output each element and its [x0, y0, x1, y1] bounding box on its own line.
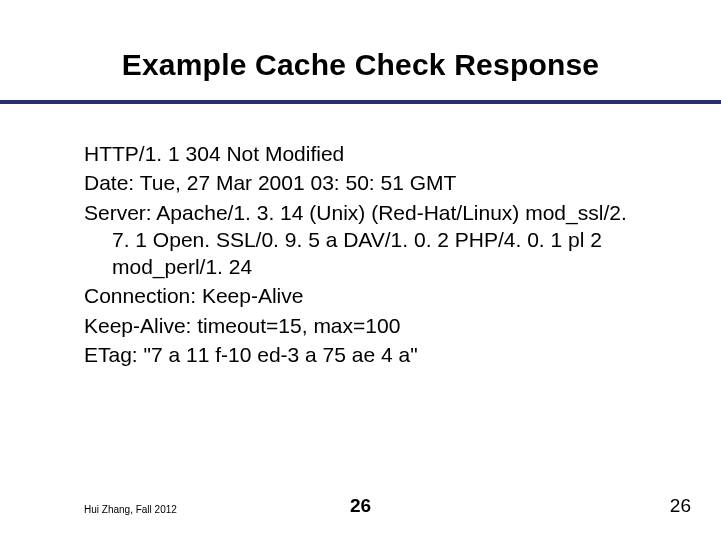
- slide: Example Cache Check Response HTTP/1. 1 3…: [0, 0, 721, 541]
- page-number-right: 26: [670, 495, 691, 517]
- server-header-line: Server: Apache/1. 3. 14 (Unix) (Red-Hat/…: [84, 199, 644, 281]
- date-header-line: Date: Tue, 27 Mar 2001 03: 50: 51 GMT: [84, 169, 644, 196]
- http-status-line: HTTP/1. 1 304 Not Modified: [84, 140, 644, 167]
- title-divider: [0, 100, 721, 104]
- connection-header-line: Connection: Keep-Alive: [84, 282, 644, 309]
- slide-title: Example Cache Check Response: [0, 48, 721, 82]
- title-block: Example Cache Check Response: [0, 48, 721, 82]
- keepalive-header-line: Keep-Alive: timeout=15, max=100: [84, 312, 644, 339]
- page-number-center: 26: [0, 495, 721, 517]
- etag-header-line: ETag: "7 a 11 f-10 ed-3 a 75 ae 4 a": [84, 341, 644, 368]
- slide-body: HTTP/1. 1 304 Not Modified Date: Tue, 27…: [84, 140, 644, 370]
